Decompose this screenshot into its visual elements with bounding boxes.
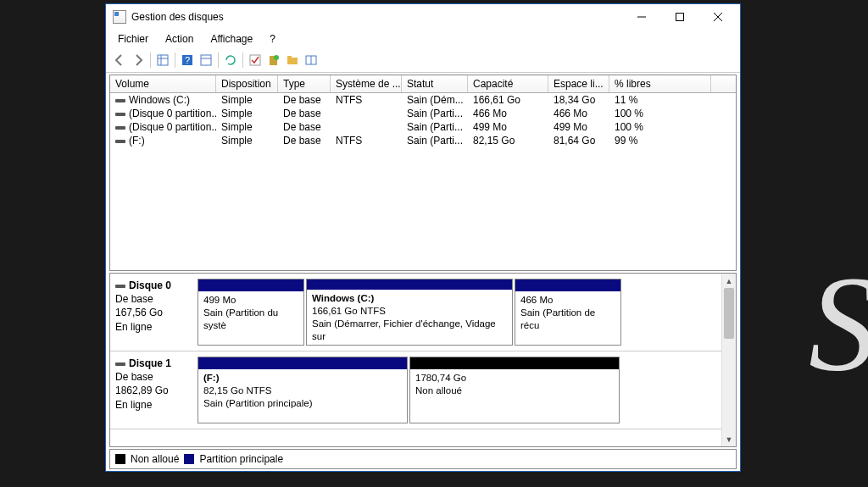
col-pct[interactable]: % libres: [609, 75, 711, 92]
app-icon: [113, 10, 126, 24]
svg-point-13: [274, 55, 279, 60]
scroll-thumb[interactable]: [724, 288, 734, 339]
col-type[interactable]: Type: [278, 75, 331, 92]
partition[interactable]: 1780,74 GoNon alloué: [409, 357, 620, 423]
volume-row[interactable]: Windows (C:)SimpleDe baseNTFSSain (Dém..…: [110, 93, 736, 107]
col-status[interactable]: Statut: [402, 75, 468, 92]
close-button[interactable]: [698, 5, 737, 29]
col-disposition[interactable]: Disposition: [216, 75, 278, 92]
separator: [150, 53, 151, 68]
scroll-down-icon[interactable]: ▼: [722, 432, 736, 446]
scrollbar[interactable]: ▲ ▼: [721, 274, 736, 446]
volume-row[interactable]: (Disque 0 partition...SimpleDe baseSain …: [110, 120, 736, 134]
partition[interactable]: (F:)82,15 Go NTFSSain (Partition princip…: [198, 357, 408, 423]
folder-icon[interactable]: [284, 52, 301, 69]
check-icon[interactable]: [247, 52, 264, 69]
svg-rect-9: [201, 55, 211, 65]
forward-button[interactable]: [130, 52, 147, 69]
maximize-button[interactable]: [660, 5, 698, 29]
svg-text:?: ?: [185, 55, 190, 65]
partition[interactable]: Windows (C:)166,61 Go NTFSSain (Démarrer…: [306, 279, 513, 346]
svg-rect-14: [287, 58, 298, 64]
titlebar[interactable]: Gestion des disques: [106, 4, 740, 30]
volume-list[interactable]: Volume Disposition Type Système de ... S…: [109, 75, 737, 271]
menu-file[interactable]: Fichier: [111, 31, 155, 47]
window-title: Gestion des disques: [131, 11, 622, 23]
legend: Non alloué Partition principale: [109, 449, 737, 469]
svg-rect-4: [158, 55, 168, 65]
col-free[interactable]: Espace li...: [548, 75, 609, 92]
help-icon[interactable]: ?: [179, 52, 196, 69]
back-button[interactable]: [111, 52, 128, 69]
partition[interactable]: 499 MoSain (Partition du systè: [198, 279, 304, 346]
separator: [242, 53, 243, 68]
menubar: Fichier Action Affichage ?: [106, 30, 740, 50]
properties-icon[interactable]: [198, 52, 214, 69]
volume-row[interactable]: (Disque 0 partition...SimpleDe baseSain …: [110, 107, 736, 120]
menu-action[interactable]: Action: [159, 31, 200, 47]
view-list-icon[interactable]: [154, 52, 171, 69]
toolbar: ?: [106, 50, 740, 73]
legend-primary-swatch: [184, 454, 194, 464]
menu-help[interactable]: ?: [263, 31, 282, 47]
disk-graphical-view: Disque 0De base167,56 GoEn ligne499 MoSa…: [109, 273, 737, 447]
disk-info[interactable]: Disque 0De base167,56 GoEn ligne: [115, 279, 196, 346]
legend-unallocated-label: Non alloué: [131, 453, 179, 465]
disk-management-window: Gestion des disques Fichier Action Affic…: [105, 3, 741, 472]
separator: [218, 53, 219, 68]
svg-rect-11: [250, 55, 260, 65]
volume-row[interactable]: (F:)SimpleDe baseNTFSSain (Parti...82,15…: [110, 134, 736, 147]
scroll-up-icon[interactable]: ▲: [722, 274, 736, 288]
disk-row: Disque 1De base1862,89 GoEn ligne(F:)82,…: [110, 351, 721, 429]
disk-row: Disque 0De base167,56 GoEn ligne499 MoSa…: [110, 274, 721, 351]
partition[interactable]: 466 MoSain (Partition de récu: [515, 279, 621, 346]
col-filesystem[interactable]: Système de ...: [331, 75, 402, 92]
legend-unallocated-swatch: [115, 454, 125, 464]
minimize-button[interactable]: [622, 5, 660, 29]
disk-info[interactable]: Disque 1De base1862,89 GoEn ligne: [115, 357, 196, 423]
refresh-icon[interactable]: [222, 52, 239, 69]
svg-rect-15: [287, 56, 292, 58]
column-headers[interactable]: Volume Disposition Type Système de ... S…: [110, 75, 736, 93]
separator: [175, 53, 175, 68]
legend-primary-label: Partition principale: [199, 453, 283, 465]
layout-icon[interactable]: [303, 52, 320, 69]
col-capacity[interactable]: Capacité: [468, 75, 548, 92]
menu-view[interactable]: Affichage: [203, 31, 259, 47]
svg-rect-1: [676, 14, 683, 21]
new-icon[interactable]: [265, 52, 282, 69]
col-volume[interactable]: Volume: [110, 75, 216, 92]
